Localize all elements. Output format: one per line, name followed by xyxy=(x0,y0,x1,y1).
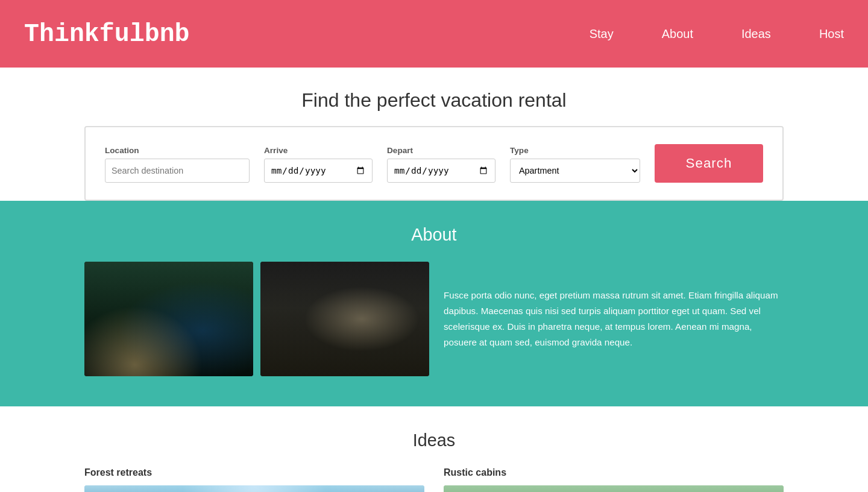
type-label: Type xyxy=(510,146,640,155)
idea-card-cabin: Rustic cabins xyxy=(444,467,784,492)
depart-label: Depart xyxy=(387,146,495,155)
hero-section: Find the perfect vacation rental Locatio… xyxy=(0,68,868,201)
arrive-label: Arrive xyxy=(264,146,373,155)
nav-link-about[interactable]: About xyxy=(662,27,693,40)
navbar: Thinkfulbnb Stay About Ideas Host xyxy=(0,0,868,68)
nav-link-stay[interactable]: Stay xyxy=(590,27,614,40)
search-button-wrap: Search xyxy=(655,144,763,183)
idea-card-forest: Forest retreats xyxy=(84,467,424,492)
ideas-title: Ideas xyxy=(24,430,844,450)
location-input[interactable] xyxy=(105,159,250,183)
ideas-grid: Forest retreats Rustic cabins xyxy=(84,467,784,492)
site-logo[interactable]: Thinkfulbnb xyxy=(24,20,590,48)
arrive-field: Arrive xyxy=(264,146,373,183)
search-box: Location Arrive Depart Type Apartment Ho… xyxy=(84,126,784,201)
search-button[interactable]: Search xyxy=(655,144,763,183)
idea-card-forest-image xyxy=(84,485,424,492)
about-image-loft xyxy=(260,262,429,376)
nav-item-host[interactable]: Host xyxy=(819,27,844,41)
idea-card-forest-label: Forest retreats xyxy=(84,467,424,478)
about-image-villa xyxy=(84,262,253,376)
nav-item-about[interactable]: About xyxy=(662,27,693,41)
depart-input[interactable] xyxy=(387,159,495,183)
idea-card-cabin-image xyxy=(444,485,784,492)
about-section: About Fusce porta odio nunc, eget pretiu… xyxy=(0,201,868,406)
page-title: Find the perfect vacation rental xyxy=(12,89,856,112)
cabin-image xyxy=(444,485,784,492)
nav-link-ideas[interactable]: Ideas xyxy=(741,27,771,40)
type-select[interactable]: Apartment House Villa Cabin Loft xyxy=(510,159,640,183)
about-images xyxy=(84,262,429,376)
ideas-section: Ideas Forest retreats Rustic cabins xyxy=(0,406,868,492)
depart-field: Depart xyxy=(387,146,495,183)
about-body: Fusce porta odio nunc, eget pretium mass… xyxy=(444,288,784,350)
about-title: About xyxy=(24,225,844,245)
type-field: Type Apartment House Villa Cabin Loft xyxy=(510,146,640,183)
location-label: Location xyxy=(105,146,250,155)
about-text: Fusce porta odio nunc, eget pretium mass… xyxy=(444,262,784,376)
nav-item-ideas[interactable]: Ideas xyxy=(741,27,771,41)
idea-card-cabin-label: Rustic cabins xyxy=(444,467,784,478)
location-field: Location xyxy=(105,146,250,183)
nav-link-host[interactable]: Host xyxy=(819,27,844,40)
nav-item-stay[interactable]: Stay xyxy=(590,27,614,41)
arrive-input[interactable] xyxy=(264,159,373,183)
about-content: Fusce porta odio nunc, eget pretium mass… xyxy=(84,262,784,376)
nav-links: Stay About Ideas Host xyxy=(590,27,844,41)
forest-image xyxy=(84,485,424,492)
